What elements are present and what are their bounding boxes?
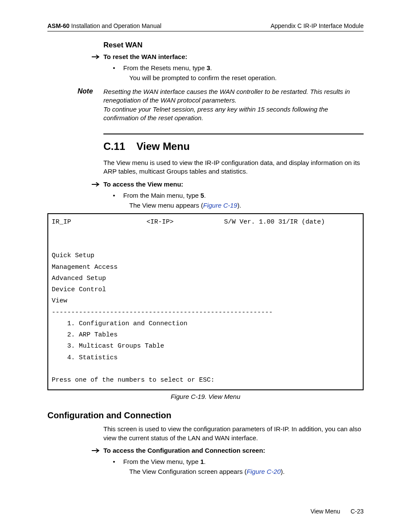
manual-title: Installation and Operation Manual (69, 22, 161, 29)
footer-page: C-23 (351, 508, 364, 515)
bullet-row: • From the Resets menu, type 3. (113, 64, 364, 72)
result-text: You will be prompted to confirm the rese… (129, 74, 364, 81)
terminal-line: Advanced Setup (52, 275, 106, 282)
reset-wan-section: Reset WAN To reset the WAN interface: • … (103, 41, 364, 475)
section-number: C.11 (103, 140, 125, 152)
section-rule (103, 134, 364, 134)
section-intro: The View menu is used to view the IR-IP … (103, 159, 364, 176)
step-text: From the View menu, type 1. (123, 458, 206, 465)
page: ASM-60 Installation and Operation Manual… (0, 0, 411, 532)
bullet-icon: • (113, 458, 123, 465)
result-text: The View Configuration screen appears (F… (129, 468, 364, 475)
procedure-row: To reset the WAN interface: (91, 53, 364, 62)
bullet-icon: • (113, 64, 123, 72)
figure-reference-link[interactable]: Figure C-20 (246, 468, 280, 475)
arrow-icon (91, 180, 103, 189)
footer-section: View Menu (311, 508, 340, 515)
procedure-title: To access the View menu: (103, 180, 183, 188)
terminal-line: Quick Setup (52, 252, 94, 259)
step-text: From the Main menu, type 5. (123, 192, 206, 199)
bullet-icon: • (113, 192, 123, 199)
terminal-line: Management Access (52, 264, 118, 271)
terminal-prompt: Press one of the numbers to select or ES… (52, 376, 215, 384)
header-right: Appendix C IR-IP Interface Module (271, 22, 364, 29)
note-body: Resetting the WAN interface causes the W… (103, 87, 364, 122)
procedure-title: To reset the WAN interface: (103, 53, 187, 60)
procedure-row: To access the Configuration and Connecti… (91, 447, 364, 455)
note-label: Note (78, 87, 103, 122)
section-title: View Menu (137, 140, 190, 152)
reset-wan-heading: Reset WAN (103, 41, 364, 50)
terminal-divider: ----------------------------------------… (52, 309, 273, 316)
procedure-row: To access the View menu: (91, 180, 364, 189)
subsection-intro: This screen is used to view the configur… (103, 425, 364, 442)
bullet-row: • From the Main menu, type 5. (113, 192, 364, 199)
section-heading: C.11View Menu (103, 140, 364, 152)
terminal-option: 4. Statistics (52, 354, 118, 361)
product-code: ASM-60 (47, 22, 69, 29)
arrow-icon (91, 53, 103, 62)
terminal-line: Device Control (52, 286, 106, 293)
terminal-screenshot: IR_IP<IR-IP>S/W Ver. 1.00 31/IR (date) Q… (47, 213, 364, 391)
figure-caption: Figure C-19. View Menu (47, 393, 364, 400)
terminal-option: 1. Configuration and Connection (52, 320, 187, 327)
procedure-title: To access the Configuration and Connecti… (103, 447, 265, 454)
bullet-row: • From the View menu, type 1. (113, 458, 364, 465)
note-block: Note Resetting the WAN interface causes … (78, 87, 364, 122)
running-header: ASM-60 Installation and Operation Manual… (47, 22, 364, 31)
result-text: The View menu appears (Figure C-19). (129, 202, 364, 209)
terminal-option: 2. ARP Tables (52, 331, 118, 339)
subsection-heading: Configuration and Connection (47, 411, 364, 420)
figure-reference-link[interactable]: Figure C-19 (203, 202, 237, 209)
header-left: ASM-60 Installation and Operation Manual (47, 22, 162, 29)
arrow-icon (91, 447, 103, 455)
step-text: From the Resets menu, type 3. (123, 64, 212, 72)
terminal-header: IR_IP<IR-IP>S/W Ver. 1.00 31/IR (date) (52, 217, 359, 228)
terminal-option: 3. Multicast Groups Table (52, 342, 164, 350)
running-footer: View Menu C-23 (47, 508, 364, 515)
terminal-line: View (52, 297, 67, 305)
